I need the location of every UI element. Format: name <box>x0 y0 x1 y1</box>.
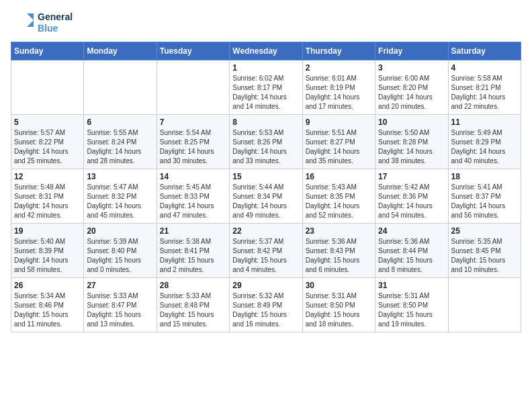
weekday-header: Sunday <box>11 42 84 60</box>
day-number: 18 <box>451 172 518 181</box>
calendar-cell: 27Sunrise: 5:33 AMSunset: 8:47 PMDayligh… <box>84 278 157 332</box>
calendar-cell: 7Sunrise: 5:54 AMSunset: 8:25 PMDaylight… <box>157 115 229 169</box>
day-number: 12 <box>14 172 81 181</box>
calendar-cell: 4Sunrise: 5:58 AMSunset: 8:21 PMDaylight… <box>448 60 521 115</box>
logo-svg <box>11 11 35 35</box>
calendar-week-row: 19Sunrise: 5:40 AMSunset: 8:39 PMDayligh… <box>11 224 521 278</box>
day-number: 3 <box>378 63 445 73</box>
day-info: Sunrise: 5:43 AMSunset: 8:35 PMDaylight:… <box>306 183 372 220</box>
day-number: 13 <box>87 172 153 181</box>
day-info: Sunrise: 5:42 AMSunset: 8:36 PMDaylight:… <box>378 183 445 220</box>
weekday-header: Wednesday <box>230 42 302 60</box>
day-number: 29 <box>232 281 299 290</box>
calendar-cell: 15Sunrise: 5:44 AMSunset: 8:34 PMDayligh… <box>230 169 302 224</box>
calendar-cell: 13Sunrise: 5:47 AMSunset: 8:32 PMDayligh… <box>84 169 157 224</box>
day-info: Sunrise: 5:40 AMSunset: 8:39 PMDaylight:… <box>14 237 81 275</box>
day-info: Sunrise: 5:51 AMSunset: 8:27 PMDaylight:… <box>306 128 372 166</box>
day-info: Sunrise: 5:58 AMSunset: 8:21 PMDaylight:… <box>451 74 518 111</box>
day-number: 19 <box>14 226 81 236</box>
day-number: 14 <box>160 172 226 181</box>
day-number: 17 <box>378 172 445 181</box>
day-number: 30 <box>306 281 372 290</box>
weekday-header: Tuesday <box>157 42 229 60</box>
calendar-cell: 14Sunrise: 5:45 AMSunset: 8:33 PMDayligh… <box>157 169 229 224</box>
day-number: 22 <box>232 226 299 236</box>
calendar-cell: 18Sunrise: 5:41 AMSunset: 8:37 PMDayligh… <box>448 169 521 224</box>
calendar-cell: 20Sunrise: 5:39 AMSunset: 8:40 PMDayligh… <box>84 224 157 278</box>
day-info: Sunrise: 5:49 AMSunset: 8:29 PMDaylight:… <box>451 128 518 166</box>
day-number: 6 <box>87 118 153 127</box>
day-info: Sunrise: 5:55 AMSunset: 8:24 PMDaylight:… <box>87 128 153 166</box>
calendar-week-row: 26Sunrise: 5:34 AMSunset: 8:46 PMDayligh… <box>11 278 521 332</box>
day-info: Sunrise: 5:45 AMSunset: 8:33 PMDaylight:… <box>160 183 226 220</box>
day-number: 7 <box>160 118 226 127</box>
day-number: 4 <box>451 63 518 73</box>
day-number: 24 <box>378 226 445 236</box>
day-info: Sunrise: 5:34 AMSunset: 8:46 PMDaylight:… <box>14 291 81 329</box>
calendar-cell <box>157 60 229 115</box>
day-number: 10 <box>378 118 445 127</box>
calendar-cell: 25Sunrise: 5:35 AMSunset: 8:45 PMDayligh… <box>448 224 521 278</box>
day-info: Sunrise: 5:50 AMSunset: 8:28 PMDaylight:… <box>378 128 445 166</box>
day-number: 28 <box>160 281 226 290</box>
calendar-week-row: 5Sunrise: 5:57 AMSunset: 8:22 PMDaylight… <box>11 115 521 169</box>
calendar-cell: 23Sunrise: 5:36 AMSunset: 8:43 PMDayligh… <box>302 224 375 278</box>
weekday-header: Friday <box>375 42 448 60</box>
calendar-cell: 24Sunrise: 5:36 AMSunset: 8:44 PMDayligh… <box>375 224 448 278</box>
day-number: 15 <box>232 172 299 181</box>
calendar-cell: 10Sunrise: 5:50 AMSunset: 8:28 PMDayligh… <box>375 115 448 169</box>
calendar-cell: 19Sunrise: 5:40 AMSunset: 8:39 PMDayligh… <box>11 224 84 278</box>
day-number: 27 <box>87 281 153 290</box>
day-info: Sunrise: 6:02 AMSunset: 8:17 PMDaylight:… <box>232 74 299 111</box>
calendar-cell: 6Sunrise: 5:55 AMSunset: 8:24 PMDaylight… <box>84 115 157 169</box>
day-info: Sunrise: 5:36 AMSunset: 8:43 PMDaylight:… <box>306 237 372 275</box>
calendar-cell: 9Sunrise: 5:51 AMSunset: 8:27 PMDaylight… <box>302 115 375 169</box>
calendar-cell: 28Sunrise: 5:33 AMSunset: 8:48 PMDayligh… <box>157 278 229 332</box>
day-number: 16 <box>306 172 372 181</box>
day-info: Sunrise: 5:36 AMSunset: 8:44 PMDaylight:… <box>378 237 445 275</box>
day-number: 26 <box>14 281 81 290</box>
day-info: Sunrise: 5:47 AMSunset: 8:32 PMDaylight:… <box>87 183 153 220</box>
weekday-header-row: SundayMondayTuesdayWednesdayThursdayFrid… <box>11 42 521 60</box>
day-number: 8 <box>232 118 299 127</box>
logo: General Blue <box>11 11 73 35</box>
day-info: Sunrise: 5:35 AMSunset: 8:45 PMDaylight:… <box>451 237 518 275</box>
calendar-cell: 8Sunrise: 5:53 AMSunset: 8:26 PMDaylight… <box>230 115 302 169</box>
day-info: Sunrise: 5:44 AMSunset: 8:34 PMDaylight:… <box>232 183 299 220</box>
calendar-week-row: 1Sunrise: 6:02 AMSunset: 8:17 PMDaylight… <box>11 60 521 115</box>
day-info: Sunrise: 5:33 AMSunset: 8:48 PMDaylight:… <box>160 291 226 329</box>
calendar-cell <box>448 278 521 332</box>
weekday-header: Saturday <box>448 42 521 60</box>
day-number: 25 <box>451 226 518 236</box>
calendar: SundayMondayTuesdayWednesdayThursdayFrid… <box>11 42 521 332</box>
day-info: Sunrise: 5:32 AMSunset: 8:49 PMDaylight:… <box>232 291 299 329</box>
calendar-cell: 2Sunrise: 6:01 AMSunset: 8:19 PMDaylight… <box>302 60 375 115</box>
calendar-week-row: 12Sunrise: 5:48 AMSunset: 8:31 PMDayligh… <box>11 169 521 224</box>
day-info: Sunrise: 6:00 AMSunset: 8:20 PMDaylight:… <box>378 74 445 111</box>
day-info: Sunrise: 5:31 AMSunset: 8:50 PMDaylight:… <box>378 291 445 329</box>
weekday-header: Monday <box>84 42 157 60</box>
calendar-cell: 21Sunrise: 5:38 AMSunset: 8:41 PMDayligh… <box>157 224 229 278</box>
day-info: Sunrise: 5:54 AMSunset: 8:25 PMDaylight:… <box>160 128 226 166</box>
day-info: Sunrise: 5:39 AMSunset: 8:40 PMDaylight:… <box>87 237 153 275</box>
page-header: General Blue <box>11 11 521 35</box>
calendar-cell: 29Sunrise: 5:32 AMSunset: 8:49 PMDayligh… <box>230 278 302 332</box>
logo-line2: Blue <box>38 23 73 34</box>
day-number: 2 <box>306 63 372 73</box>
day-number: 23 <box>306 226 372 236</box>
logo-line1: General <box>38 11 73 23</box>
svg-marker-0 <box>27 13 34 27</box>
weekday-header: Thursday <box>302 42 375 60</box>
calendar-cell: 11Sunrise: 5:49 AMSunset: 8:29 PMDayligh… <box>448 115 521 169</box>
day-number: 1 <box>232 63 299 73</box>
calendar-cell: 17Sunrise: 5:42 AMSunset: 8:36 PMDayligh… <box>375 169 448 224</box>
day-number: 20 <box>87 226 153 236</box>
day-number: 21 <box>160 226 226 236</box>
day-info: Sunrise: 5:37 AMSunset: 8:42 PMDaylight:… <box>232 237 299 275</box>
day-info: Sunrise: 5:33 AMSunset: 8:47 PMDaylight:… <box>87 291 153 329</box>
calendar-cell: 30Sunrise: 5:31 AMSunset: 8:50 PMDayligh… <box>302 278 375 332</box>
day-info: Sunrise: 5:38 AMSunset: 8:41 PMDaylight:… <box>160 237 226 275</box>
day-info: Sunrise: 5:53 AMSunset: 8:26 PMDaylight:… <box>232 128 299 166</box>
calendar-cell: 22Sunrise: 5:37 AMSunset: 8:42 PMDayligh… <box>230 224 302 278</box>
calendar-cell: 3Sunrise: 6:00 AMSunset: 8:20 PMDaylight… <box>375 60 448 115</box>
